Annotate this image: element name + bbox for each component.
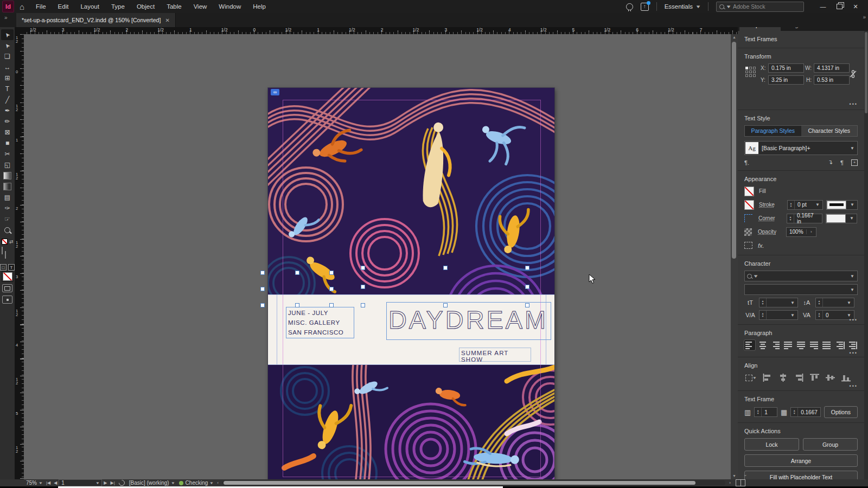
horizontal-scroll-thumb[interactable] bbox=[224, 481, 695, 485]
default-fill-stroke-icon[interactable] bbox=[2, 239, 8, 245]
kerning-field[interactable]: ▲▼ ▼ bbox=[759, 310, 798, 320]
selection-handle[interactable] bbox=[329, 271, 334, 275]
tracking-field[interactable]: ▲▼0 ▼ bbox=[815, 310, 854, 320]
reference-point-grid[interactable] bbox=[745, 67, 756, 77]
paragraph-justify-right-button[interactable] bbox=[808, 340, 819, 350]
workspace-switcher[interactable]: Essentials ▼ bbox=[665, 3, 700, 10]
selection-handle[interactable] bbox=[260, 303, 265, 307]
vertical-ruler[interactable]: 120121122123124125126 bbox=[15, 34, 24, 479]
info-text-frame[interactable]: JUNE - JULY MISC. GALLERY SAN FRANCISCO bbox=[286, 307, 354, 338]
subtitle-text-frame[interactable]: SUMMER ART SHOW bbox=[459, 348, 531, 362]
selection-handle[interactable] bbox=[295, 271, 299, 275]
title-text-frame[interactable]: DAYDREAM bbox=[386, 302, 551, 340]
selection-handle[interactable] bbox=[329, 287, 334, 291]
zoom-level-dropdown[interactable]: 75% ▼ bbox=[24, 479, 44, 486]
share-icon[interactable]: ↑ bbox=[641, 3, 649, 11]
hand-tool[interactable]: ☞ bbox=[1, 214, 14, 224]
direct-selection-tool[interactable]: ➤ bbox=[1, 40, 14, 51]
more-options-icon[interactable]: ••• bbox=[850, 383, 858, 389]
menu-object[interactable]: Object bbox=[131, 0, 161, 13]
spread-view-icon[interactable] bbox=[736, 479, 745, 486]
formatting-affects-container-icon[interactable]: □ bbox=[0, 264, 7, 271]
character-styles-tab[interactable]: Character Styles bbox=[801, 126, 858, 136]
text-frame-options-button[interactable]: Options bbox=[824, 406, 858, 418]
selection-handle[interactable] bbox=[443, 266, 448, 270]
corner-size-field[interactable]: ▲▼ 0.1667 in bbox=[787, 214, 822, 223]
postcard-page[interactable]: ∞ JUNE - JULY MISC. GALLERY SAN FRANCISC… bbox=[268, 88, 554, 488]
preflight-status-dropdown[interactable]: Checking ▼ bbox=[177, 479, 216, 486]
right-dock-collapse-icon[interactable]: » bbox=[863, 14, 866, 20]
menu-file[interactable]: File bbox=[30, 0, 52, 13]
stroke-label[interactable]: Stroke bbox=[759, 202, 787, 208]
columns-field[interactable]: ▲▼1 bbox=[754, 407, 777, 417]
restore-button[interactable] bbox=[831, 1, 847, 12]
selection-handle[interactable] bbox=[361, 303, 365, 307]
h-field[interactable]: 0.53 in bbox=[814, 75, 850, 85]
paragraph-align-left-button[interactable] bbox=[744, 340, 755, 350]
stock-search-input[interactable]: ▼ Adobe Stock bbox=[716, 2, 804, 12]
stroke-weight-field[interactable]: ▲▼ 0 pt ▼ bbox=[787, 200, 823, 210]
content-collector-tool[interactable]: ⊞ bbox=[1, 73, 14, 84]
formatting-affects-text-icon[interactable]: T bbox=[8, 264, 15, 271]
last-page-button[interactable]: ▶| bbox=[109, 480, 117, 485]
zoom-tool[interactable] bbox=[1, 224, 14, 235]
paragraph-away-spine-button[interactable] bbox=[847, 340, 858, 350]
horizontal-ruler[interactable]: 1/231/221/211/201/211/221/231/241/251/26… bbox=[15, 27, 738, 34]
paragraph-justify-left-button[interactable] bbox=[783, 340, 794, 350]
selection-handle[interactable] bbox=[329, 303, 334, 307]
scroll-up-icon[interactable]: ▲ bbox=[731, 34, 738, 41]
fill-swatch[interactable] bbox=[2, 247, 3, 254]
frame-tool[interactable]: ⊠ bbox=[1, 127, 14, 138]
panel-scroll-down-icon[interactable]: ⌄ bbox=[743, 472, 748, 477]
selection-handle[interactable] bbox=[361, 285, 365, 289]
style-override-icon[interactable]: ¶ bbox=[840, 159, 844, 166]
panel-scrollbar[interactable] bbox=[864, 31, 868, 479]
menu-table[interactable]: Table bbox=[161, 0, 188, 13]
scroll-down-icon[interactable]: ▼ bbox=[731, 473, 738, 479]
y-field[interactable]: 3.25 in bbox=[768, 75, 804, 85]
menu-window[interactable]: Window bbox=[213, 0, 247, 13]
pilcrow-icon[interactable]: ¶. bbox=[744, 159, 749, 166]
selection-handle[interactable] bbox=[525, 303, 529, 307]
paragraph-toward-spine-button[interactable] bbox=[834, 340, 845, 350]
tab-close-icon[interactable]: ✕ bbox=[165, 17, 169, 23]
gutter-field[interactable]: ▲▼0.1667 bbox=[790, 407, 821, 417]
linked-content-badge[interactable]: ∞ bbox=[271, 89, 279, 95]
discover-lightbulb-icon[interactable] bbox=[626, 3, 633, 10]
indesign-logo[interactable]: Id bbox=[2, 1, 14, 12]
align-left-edges-button[interactable] bbox=[762, 373, 773, 383]
normal-view-mode-button[interactable] bbox=[2, 284, 12, 292]
paragraph-justify-center-button[interactable] bbox=[796, 340, 807, 350]
pen-tool[interactable]: ✒ bbox=[1, 105, 14, 116]
page-number-field[interactable]: 1 ▼ bbox=[59, 479, 102, 486]
fill-none-swatch[interactable] bbox=[744, 187, 754, 196]
placed-artwork-top[interactable] bbox=[268, 88, 554, 294]
pasteboard[interactable]: ∞ JUNE - JULY MISC. GALLERY SAN FRANCISC… bbox=[24, 34, 731, 479]
apply-none-swatch[interactable] bbox=[3, 272, 12, 281]
menu-layout[interactable]: Layout bbox=[74, 0, 105, 13]
paragraph-justify-all-button[interactable] bbox=[821, 340, 832, 350]
placed-artwork-bottom[interactable] bbox=[268, 365, 554, 488]
rectangle-tool[interactable]: ■ bbox=[1, 138, 14, 149]
selection-handle[interactable] bbox=[443, 303, 448, 307]
w-field[interactable]: 4.1317 in bbox=[814, 63, 850, 73]
next-page-button[interactable]: ▶ bbox=[102, 480, 108, 485]
more-options-icon[interactable]: ••• bbox=[850, 317, 858, 323]
new-style-icon[interactable]: + bbox=[851, 159, 858, 166]
object-effects-icon[interactable] bbox=[744, 242, 752, 249]
previous-page-button[interactable]: ◀ bbox=[52, 480, 59, 485]
selection-handle[interactable] bbox=[525, 266, 529, 270]
align-bottom-edges-button[interactable] bbox=[840, 373, 852, 383]
align-top-edges-button[interactable] bbox=[809, 373, 820, 383]
canvas-horizontal-scrollbar[interactable] bbox=[222, 480, 725, 485]
document-tab[interactable]: *set-up-a-postcard_END_V2.indd @ 150% [C… bbox=[16, 13, 176, 27]
ruler-origin-corner[interactable] bbox=[15, 27, 24, 34]
minimize-button[interactable]: — bbox=[815, 1, 831, 12]
menu-view[interactable]: View bbox=[188, 0, 213, 13]
close-button[interactable]: ✕ bbox=[847, 1, 864, 12]
align-to-dropdown[interactable]: ▼ bbox=[744, 373, 757, 383]
paragraph-style-dropdown[interactable]: Ag [Basic Paragraph]+ ▼ bbox=[744, 141, 858, 155]
opacity-field[interactable]: 100% › bbox=[786, 227, 816, 237]
group-button[interactable]: Group bbox=[803, 438, 858, 451]
page-tool[interactable]: ❏ bbox=[1, 51, 14, 62]
